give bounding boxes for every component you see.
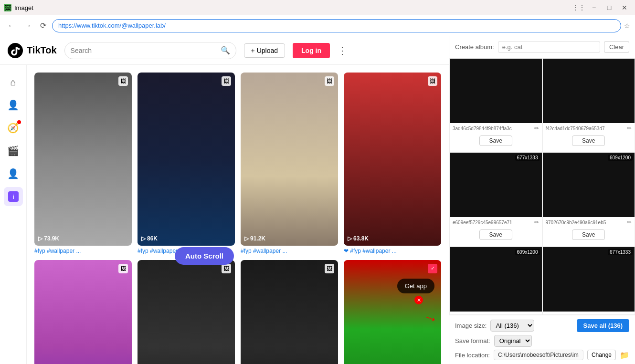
create-album-label: Create album:: [455, 43, 494, 51]
main-layout: TikTok 🔍 + Upload Log in ⋮ ⌂ 👤 🧭 🎬: [0, 36, 635, 364]
edit-icon[interactable]: ✏: [534, 219, 539, 226]
album-input[interactable]: [498, 41, 600, 53]
cell-footer: e609eef5729c45e99657e71 ✏: [450, 217, 542, 228]
sidebar-item-home[interactable]: ⌂: [4, 73, 23, 92]
cell-footer: f42c4ad1dc7540679a653d7 ✏: [543, 123, 635, 134]
right-panel: Create album: Clear 3ad46c5d79844f9b874f…: [449, 36, 635, 364]
save-all-button[interactable]: Save all (136): [577, 319, 629, 332]
title-bar: 🖼 Imaget ⋮⋮ − □ ✕: [0, 0, 635, 15]
image-cell: 677x1333: [542, 247, 635, 315]
sidebar-item-imaget[interactable]: i: [4, 187, 23, 206]
check-icon: ✓: [428, 264, 437, 273]
video-desc: #fyp #wallpaper ...: [241, 248, 338, 254]
image-thumb: 609x1200: [450, 247, 542, 312]
view-count: ▷ 86K: [141, 235, 158, 242]
video-card[interactable]: 🖼 ▷ 206.2K #fyp #wallpaper ...: [34, 260, 132, 364]
video-thumb[interactable]: 🖼 ▷ 206.2K: [34, 260, 132, 364]
image-thumb: 609x1200: [543, 153, 635, 217]
sidebar-item-live[interactable]: 🎬: [4, 141, 23, 160]
title-bar-controls[interactable]: ⋮⋮ − □ ✕: [572, 3, 631, 12]
get-app-button[interactable]: Get app: [397, 279, 434, 293]
image-icon: 🖼: [118, 264, 128, 273]
video-card[interactable]: 🖼 ▷ 64.6K Hope this reaches the ...: [138, 260, 235, 364]
clear-button[interactable]: Clear: [604, 41, 629, 53]
image-cell: 677x1333 e609eef5729c45e99657e71 ✏ Save: [449, 152, 542, 246]
video-thumb[interactable]: 🖼 ▷ 73.9K: [34, 73, 132, 246]
video-card[interactable]: 🖼 ▷ 86K #fyp #wallpaper ...: [138, 73, 235, 254]
forward-button[interactable]: →: [21, 21, 34, 31]
imaget-icon: i: [8, 191, 19, 202]
edit-icon[interactable]: ✏: [627, 219, 632, 226]
dim-badge: 677x1333: [608, 249, 633, 255]
video-card[interactable]: 🖼 ▷ 73.9K #fyp #wallpaper ...: [34, 73, 132, 254]
maximize-button[interactable]: □: [603, 3, 616, 12]
close-button[interactable]: ✕: [618, 3, 631, 12]
image-size-select[interactable]: All (136) 677x1333 609x1200: [490, 320, 534, 332]
tiktok-header: TikTok 🔍 + Upload Log in ⋮: [0, 36, 449, 65]
auto-scroll-container: Auto Scroll ✕: [361, 299, 420, 316]
search-bar[interactable]: 🔍: [64, 42, 236, 59]
image-icon: 🖼: [325, 264, 334, 273]
change-button[interactable]: Change: [587, 350, 616, 360]
auto-scroll-close[interactable]: ✕: [414, 296, 423, 304]
right-bottom: Image size: All (136) 677x1333 609x1200 …: [449, 315, 635, 364]
address-bar[interactable]: [52, 19, 621, 32]
video-thumb[interactable]: 🖼 ▷ 86K: [138, 73, 235, 246]
video-card[interactable]: 🖼 ▷ 63.8K ❤ #fyp #wallpaper ...: [344, 73, 441, 254]
file-location-label: File location:: [455, 352, 490, 359]
video-card[interactable]: 🖼 ▷ 91.2K #fyp #wallpaper ...: [241, 73, 338, 254]
save-format-label: Save format:: [455, 337, 490, 344]
explore-badge: [17, 120, 21, 124]
minimize-button[interactable]: −: [587, 3, 601, 12]
save-button[interactable]: Save: [572, 229, 605, 240]
svg-point-0: [8, 43, 23, 58]
format-select[interactable]: Original JPG PNG WEBP: [494, 335, 532, 347]
image-thumb: 677x1333: [543, 247, 635, 312]
more-button[interactable]: ⋮: [338, 45, 347, 56]
view-count: ▷ 63.8K: [348, 235, 369, 242]
file-path-input[interactable]: [494, 350, 583, 360]
edit-icon[interactable]: ✏: [627, 125, 632, 132]
video-card[interactable]: 🖼 ▷ 70.1K #fyp #wallpaper ...: [241, 260, 338, 364]
image-size-row: Image size: All (136) 677x1333 609x1200 …: [455, 319, 629, 332]
folder-button[interactable]: 📁: [620, 351, 629, 360]
image-id: 9702670c9b2e490a9c91eb5: [546, 220, 625, 225]
video-thumb[interactable]: 🖼 ▷ 64.6K: [138, 260, 235, 364]
auto-scroll-button[interactable]: Auto Scroll: [175, 247, 234, 265]
file-location-row: File location: Change 📁: [455, 350, 629, 360]
image-size-label: Image size:: [455, 322, 487, 329]
video-desc: ❤ #fyp #wallpaper ...: [344, 248, 441, 254]
save-button[interactable]: Save: [572, 135, 605, 146]
image-id: e609eef5729c45e99657e71: [453, 220, 532, 225]
save-button[interactable]: Save: [479, 135, 512, 146]
upload-button[interactable]: + Upload: [244, 43, 285, 58]
search-input[interactable]: [71, 47, 217, 54]
sidebar-item-following[interactable]: 👤: [4, 95, 23, 114]
image-icon: 🖼: [222, 76, 231, 86]
refresh-button[interactable]: ⟳: [37, 20, 49, 31]
video-grid: 🖼 ▷ 73.9K #fyp #wallpaper ... 🖼 ▷ 86K #f…: [27, 65, 449, 364]
search-icon: 🔍: [221, 46, 230, 55]
sidebar-item-profile[interactable]: 👤: [4, 164, 23, 183]
image-icon: 🖼: [118, 76, 128, 86]
image-icon: 🖼: [428, 76, 437, 86]
image-cell: 609x1200: [449, 247, 542, 315]
video-thumb[interactable]: 🖼 ▷ 63.8K: [344, 73, 441, 246]
image-id: 3ad46c5d79844f9b874ffa3c: [453, 126, 532, 131]
menu-button[interactable]: ⋮⋮: [572, 3, 585, 12]
login-button[interactable]: Log in: [293, 43, 330, 58]
sidebar-item-explore[interactable]: 🧭: [4, 118, 23, 137]
edit-icon[interactable]: ✏: [534, 125, 539, 132]
tiktok-logo-text: TikTok: [27, 45, 57, 56]
video-thumb[interactable]: 🖼 ▷ 70.1K: [241, 260, 338, 364]
image-cell: f42c4ad1dc7540679a653d7 ✏ Save: [542, 58, 635, 152]
svg-text:i: i: [12, 194, 14, 200]
video-thumb[interactable]: 🖼 ▷ 91.2K: [241, 73, 338, 246]
tiktok-logo-icon: [8, 43, 23, 58]
back-button[interactable]: ←: [5, 21, 18, 31]
bookmark-button[interactable]: ☆: [624, 22, 630, 30]
dim-badge: 609x1200: [608, 155, 633, 161]
dim-badge: 609x1200: [515, 249, 540, 255]
save-button[interactable]: Save: [479, 229, 512, 240]
image-cell: 3ad46c5d79844f9b874ffa3c ✏ Save: [449, 58, 542, 152]
